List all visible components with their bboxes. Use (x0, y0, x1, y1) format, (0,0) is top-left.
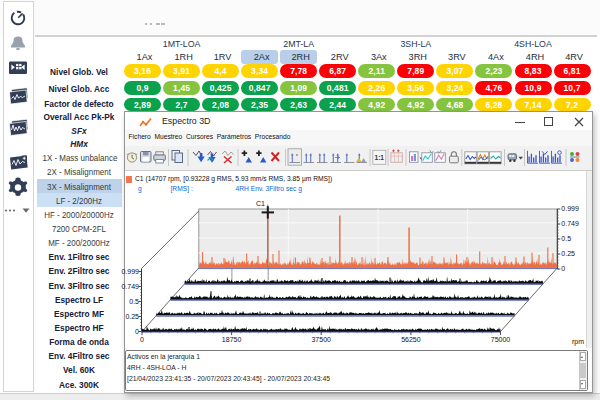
svg-text:0.5: 0.5 (129, 298, 139, 305)
svg-text:0.999: 0.999 (121, 268, 139, 275)
svg-text:56250: 56250 (401, 336, 421, 343)
svg-text:0.25: 0.25 (125, 313, 139, 320)
svg-text:0.5: 0.5 (561, 235, 571, 242)
svg-text:rpm: rpm (572, 338, 584, 346)
svg-text:0.749: 0.749 (121, 283, 139, 290)
svg-text:37500: 37500 (311, 336, 331, 343)
svg-text:C1: C1 (256, 200, 265, 207)
svg-text:75000: 75000 (491, 336, 511, 343)
svg-text:0: 0 (561, 265, 565, 272)
svg-text:0.749: 0.749 (561, 220, 579, 227)
svg-text:0: 0 (140, 336, 144, 343)
svg-text:18750: 18750 (222, 336, 242, 343)
svg-text:0.999: 0.999 (561, 205, 579, 212)
svg-text:0: 0 (135, 328, 139, 335)
svg-text:0.25: 0.25 (561, 250, 575, 257)
